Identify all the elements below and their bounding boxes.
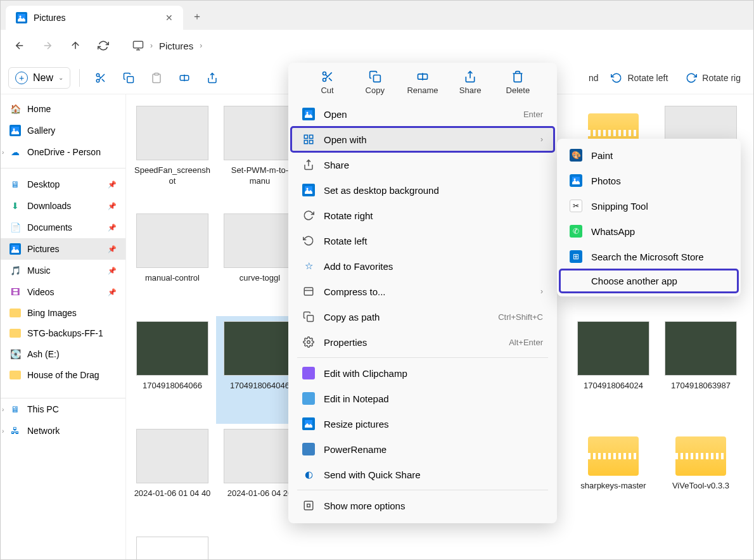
context-menu-toolbar: Cut Copy Rename Share Delete	[291, 68, 554, 101]
sidebar-item-house[interactable]: House of the Drag	[1, 365, 125, 385]
file-item[interactable]: 🔧	[129, 531, 216, 560]
file-item[interactable]: SpeedFan_screenshot	[129, 101, 216, 208]
file-item[interactable]: ViVeTool-v0.3.3	[657, 424, 744, 531]
file-item[interactable]: 1704918063987	[657, 316, 744, 424]
cm-delete-button[interactable]: Delete	[498, 70, 537, 95]
sidebar-item-label: Pictures	[27, 244, 60, 254]
sm-store[interactable]: ⊞Search the Microsoft Store	[559, 244, 738, 269]
cm-clipchamp[interactable]: Edit with Clipchamp	[291, 360, 554, 386]
sidebar-item-network[interactable]: ›🖧Network	[1, 420, 125, 442]
back-button[interactable]	[8, 34, 31, 57]
sidebar-item-label: Gallery	[27, 125, 55, 136]
file-name: SpeedFan_screenshot	[134, 165, 211, 187]
cm-quickshare[interactable]: ◐Send with Quick Share	[291, 462, 554, 487]
cm-notepad[interactable]: Edit in Notepad	[291, 386, 554, 411]
sm-label: Search the Microsoft Store	[591, 251, 704, 262]
cm-rotate-left[interactable]: Rotate left	[291, 228, 554, 253]
sidebar-item-desktop[interactable]: 🖥Desktop📌	[1, 174, 125, 195]
sidebar-item-pictures[interactable]: Pictures📌	[1, 238, 125, 260]
file-item[interactable]: 1704918064024	[570, 316, 657, 424]
file-item[interactable]: manual-control	[129, 208, 216, 316]
cm-properties[interactable]: PropertiesAlt+Enter	[291, 329, 554, 355]
svg-point-12	[323, 72, 326, 75]
sm-paint[interactable]: 🎨Paint	[559, 143, 738, 168]
svg-rect-24	[304, 288, 313, 295]
more-icon	[302, 499, 315, 512]
whatsapp-icon: ✆	[570, 225, 582, 238]
file-name: 1704918064046	[230, 381, 290, 391]
svg-rect-20	[310, 141, 313, 144]
sm-photos[interactable]: Photos	[559, 168, 738, 193]
cut-icon[interactable]	[89, 66, 113, 90]
file-item[interactable]: sharpkeys-master	[570, 424, 657, 531]
tab-title: Pictures	[34, 13, 159, 23]
svg-point-3	[96, 73, 99, 77]
separator	[79, 69, 80, 87]
svg-rect-2	[134, 41, 143, 48]
cm-resize[interactable]: Resize pictures	[291, 411, 554, 436]
new-button[interactable]: + New ⌄	[8, 67, 70, 89]
sidebar-item-ash[interactable]: 💽Ash (E:)	[1, 343, 125, 365]
refresh-button[interactable]	[92, 34, 115, 57]
file-name: 2024-01-06 01 04 40	[134, 488, 211, 499]
video-icon: 🎞	[10, 286, 21, 298]
sidebar-item-documents[interactable]: 📄Documents📌	[1, 217, 125, 238]
thumbnail: 🔧	[136, 537, 208, 560]
sidebar-item-stg[interactable]: STG-backups-FF-1	[1, 323, 125, 343]
rotate-left-button[interactable]: Rotate left	[606, 68, 673, 87]
cm-compress[interactable]: Compress to...›	[291, 279, 554, 304]
cm-powerrename[interactable]: PowerRename	[291, 436, 554, 462]
file-name: 2024-01-06 04 26	[227, 488, 293, 499]
forward-button[interactable]	[36, 34, 59, 57]
breadcrumb-pictures[interactable]: Pictures	[159, 41, 193, 51]
quickshare-icon: ◐	[302, 468, 315, 481]
copy-icon[interactable]	[117, 66, 141, 90]
cm-open-with[interactable]: Open with›	[291, 127, 554, 152]
sidebar-item-label: House of the Drag	[27, 370, 99, 380]
cm-label: Share	[324, 160, 349, 170]
sidebar-item-onedrive[interactable]: ›☁OneDrive - Person	[1, 141, 125, 163]
chevron-right-icon: ›	[2, 428, 4, 435]
apps-icon	[302, 133, 315, 146]
file-item[interactable]: 2024-01-06 01 04 40	[129, 424, 216, 531]
cm-share[interactable]: Share	[291, 152, 554, 177]
sm-whatsapp[interactable]: ✆WhatsApp	[559, 219, 738, 244]
cm-add-favorites[interactable]: ☆Add to Favorites	[291, 253, 554, 279]
sidebar-item-thispc[interactable]: ›🖥This PC	[1, 398, 125, 420]
paste-icon[interactable]	[144, 66, 169, 90]
cm-open[interactable]: OpenEnter	[291, 101, 554, 127]
rotate-right-button[interactable]: Rotate rig	[681, 68, 746, 87]
gallery-icon	[10, 125, 21, 136]
file-item[interactable]: 1704918064066	[129, 316, 216, 424]
cm-copy-path[interactable]: Copy as pathCtrl+Shift+C	[291, 304, 554, 329]
close-icon[interactable]: ✕	[165, 13, 173, 23]
sm-label: Snipping Tool	[591, 201, 648, 212]
share-icon[interactable]	[200, 66, 224, 90]
cm-set-background[interactable]: Set as desktop background	[291, 177, 554, 203]
sidebar-item-home[interactable]: 🏠Home	[1, 98, 125, 120]
plus-icon: +	[15, 72, 28, 84]
rename-icon[interactable]	[172, 66, 196, 90]
chevron-right-icon: ›	[540, 287, 543, 296]
tab-pictures[interactable]: Pictures ✕	[6, 6, 183, 30]
cm-copy-button[interactable]: Copy	[355, 70, 395, 95]
cm-share-button[interactable]: Share	[450, 70, 490, 95]
breadcrumb[interactable]: › Pictures ›	[132, 40, 746, 51]
sm-snipping[interactable]: ✂Snipping Tool	[559, 193, 738, 219]
cm-rename-button[interactable]: Rename	[403, 70, 442, 95]
sidebar-item-label: Desktop	[27, 179, 60, 189]
sidebar-item-music[interactable]: 🎵Music📌	[1, 260, 125, 281]
cm-cut-button[interactable]: Cut	[308, 70, 347, 95]
sm-choose-another[interactable]: Choose another app	[559, 269, 738, 293]
sidebar-item-downloads[interactable]: ⬇Downloads📌	[1, 195, 125, 217]
sm-label: WhatsApp	[591, 226, 635, 237]
sidebar-item-bing[interactable]: Bing Images	[1, 303, 125, 323]
cm-show-more[interactable]: Show more options	[291, 493, 554, 518]
open-with-submenu: 🎨Paint Photos ✂Snipping Tool ✆WhatsApp ⊞…	[557, 139, 741, 296]
sidebar-item-videos[interactable]: 🎞Videos📌	[1, 281, 125, 303]
sidebar-item-gallery[interactable]: Gallery	[1, 120, 125, 141]
notepad-icon	[302, 392, 315, 405]
up-button[interactable]	[64, 34, 87, 57]
cm-rotate-right[interactable]: Rotate right	[291, 203, 554, 228]
new-tab-button[interactable]: ＋	[183, 4, 211, 30]
